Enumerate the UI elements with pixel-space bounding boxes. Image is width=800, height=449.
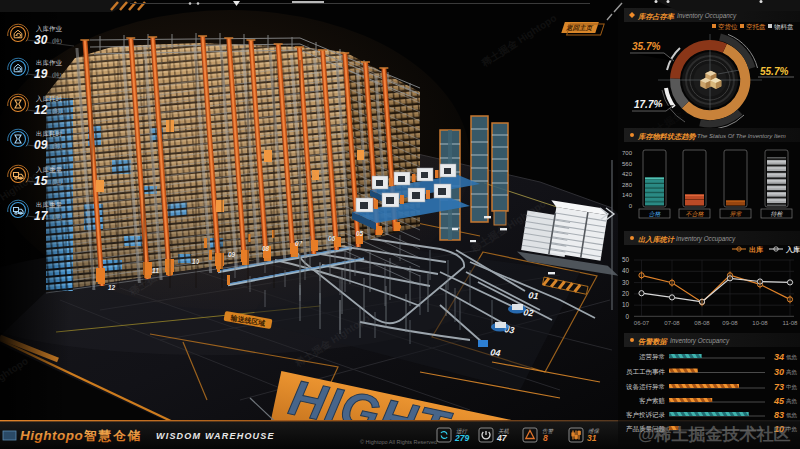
- svg-text:30: 30: [774, 367, 784, 377]
- svg-text:Inventory Occupancy: Inventory Occupancy: [676, 235, 736, 243]
- svg-text:智慧仓储: 智慧仓储: [83, 429, 142, 443]
- svg-text:01: 01: [528, 290, 539, 301]
- svg-text:560: 560: [622, 161, 633, 167]
- svg-text:20: 20: [622, 290, 630, 297]
- svg-text:出库作业: 出库作业: [36, 59, 63, 66]
- svg-text:低危: 低危: [786, 412, 798, 418]
- svg-text:11-08: 11-08: [783, 320, 799, 326]
- svg-text:合格: 合格: [649, 211, 662, 217]
- svg-text:低危: 低危: [786, 354, 798, 360]
- svg-text:入库耗时: 入库耗时: [36, 95, 63, 103]
- svg-text:@稀土掘金技术社区: @稀土掘金技术社区: [638, 425, 791, 444]
- svg-text:高危: 高危: [786, 398, 798, 404]
- svg-text:异常: 异常: [730, 211, 743, 217]
- svg-text:50: 50: [622, 256, 630, 263]
- svg-text:47: 47: [496, 433, 508, 443]
- svg-text:(时): (时): [52, 108, 62, 114]
- svg-text:待检: 待检: [771, 211, 784, 217]
- svg-text:设备运行异常: 设备运行异常: [626, 383, 665, 391]
- svg-text:10-08: 10-08: [752, 320, 768, 326]
- svg-text:Hightopo: Hightopo: [20, 428, 83, 443]
- svg-text:09-08: 09-08: [722, 320, 738, 326]
- svg-text:© Hightopo All Rights Reserved: © Hightopo All Rights Reserved: [360, 439, 437, 445]
- svg-text:07-08: 07-08: [664, 320, 680, 326]
- svg-text:30: 30: [622, 279, 630, 286]
- svg-text:告警数据: 告警数据: [638, 337, 669, 346]
- svg-text:280: 280: [622, 182, 633, 188]
- svg-text:不合格: 不合格: [686, 211, 705, 217]
- svg-text:Inventory Occupancy: Inventory Occupancy: [670, 337, 730, 345]
- svg-text:客户索赔: 客户索赔: [639, 397, 666, 405]
- svg-text:高危: 高危: [786, 369, 798, 375]
- svg-text:0: 0: [625, 313, 629, 320]
- svg-text:31: 31: [587, 433, 597, 443]
- svg-text:55.7%: 55.7%: [760, 66, 788, 77]
- svg-text:45: 45: [773, 396, 785, 406]
- svg-text:(吨): (吨): [52, 72, 62, 78]
- svg-text:员工工伤事件: 员工工伤事件: [626, 368, 666, 376]
- svg-text:17: 17: [34, 209, 49, 223]
- svg-text:客户投诉记录: 客户投诉记录: [626, 411, 666, 419]
- svg-text:WISDOM WAREHOUSE: WISDOM WAREHOUSE: [156, 431, 275, 441]
- svg-text:40: 40: [622, 267, 630, 274]
- svg-text:8: 8: [543, 433, 548, 443]
- svg-text:09: 09: [34, 138, 48, 152]
- svg-text:06-07: 06-07: [634, 320, 650, 326]
- svg-text:The Status Of The Inventory It: The Status Of The Inventory Item: [697, 133, 786, 139]
- svg-text:入库重量: 入库重量: [36, 166, 63, 173]
- svg-text:库存物料状态趋势: 库存物料状态趋势: [637, 132, 696, 141]
- svg-text:(吨): (吨): [52, 179, 62, 185]
- svg-text:700: 700: [622, 150, 633, 156]
- svg-text:出库耗时: 出库耗时: [36, 130, 63, 138]
- svg-text:34: 34: [774, 352, 784, 362]
- svg-text:出库重量: 出库重量: [36, 201, 63, 208]
- svg-text:(时): (时): [52, 143, 62, 149]
- svg-text:08-08: 08-08: [694, 320, 710, 326]
- svg-text:返回主页: 返回主页: [565, 25, 595, 33]
- svg-text:83: 83: [774, 410, 784, 420]
- svg-text:19: 19: [34, 67, 48, 81]
- svg-text:04: 04: [490, 347, 501, 358]
- svg-text:入库: 入库: [785, 245, 800, 254]
- svg-text:140: 140: [622, 192, 633, 198]
- svg-text:420: 420: [622, 171, 633, 177]
- svg-text:(吨): (吨): [52, 214, 62, 220]
- svg-text:中危: 中危: [786, 384, 798, 390]
- svg-text:出库: 出库: [749, 245, 763, 254]
- svg-text:10: 10: [622, 301, 630, 308]
- svg-text:12: 12: [34, 103, 48, 117]
- svg-text:15: 15: [34, 174, 48, 188]
- svg-text:出入库统计: 出入库统计: [638, 235, 676, 244]
- svg-text:运营异常: 运营异常: [639, 353, 665, 361]
- svg-text:73: 73: [774, 382, 784, 392]
- svg-text:279: 279: [454, 433, 469, 443]
